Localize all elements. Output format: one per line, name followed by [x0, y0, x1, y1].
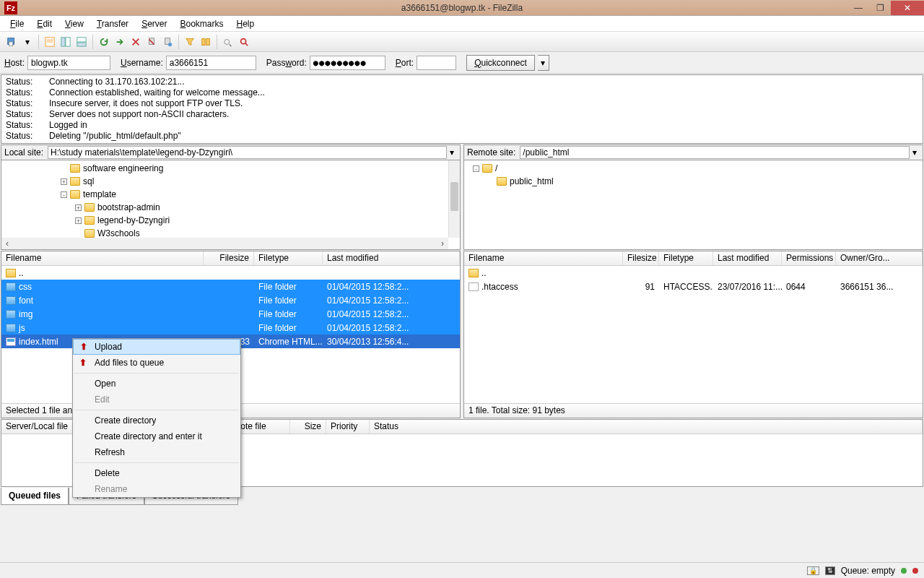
col-priority[interactable]: Priority: [326, 420, 370, 434]
folder-icon: [6, 310, 16, 319]
col-modified[interactable]: Last modified: [713, 251, 782, 265]
tree-item[interactable]: software engineering: [3, 162, 458, 175]
port-input[interactable]: [417, 56, 456, 70]
col-filename[interactable]: Filename: [464, 251, 623, 265]
svg-rect-13: [206, 38, 209, 45]
led-activity-icon: [901, 568, 907, 574]
file-row[interactable]: ..: [464, 266, 923, 280]
file-row[interactable]: .htaccess91HTACCESS...23/07/2016 11:...0…: [464, 280, 923, 293]
port-label: Port:: [396, 58, 414, 68]
col-filesize[interactable]: Filesize: [623, 251, 659, 265]
menu-edit[interactable]: Edit: [31, 17, 58, 30]
statusbar: 🔒 ⇅ Queue: empty: [0, 562, 924, 578]
reconnect-icon[interactable]: [160, 35, 175, 49]
host-input[interactable]: [27, 56, 110, 70]
username-input[interactable]: [166, 56, 256, 70]
menu-server[interactable]: Server: [136, 17, 173, 30]
folder-icon: [497, 177, 507, 186]
file-row[interactable]: cssFile folder01/04/2015 12:58:2...: [1, 280, 460, 293]
menu-item-upload[interactable]: ⬆Upload: [73, 339, 240, 355]
search-icon[interactable]: [237, 35, 251, 49]
tree-item[interactable]: +legend-by-Dzyngiri: [3, 214, 458, 227]
password-label: Password:: [266, 58, 307, 68]
dropdown-icon[interactable]: ▾: [910, 147, 920, 158]
svg-point-15: [241, 38, 246, 43]
svg-rect-1: [9, 42, 13, 46]
toggle-log-icon[interactable]: [43, 35, 57, 49]
minimize-button[interactable]: —: [847, 1, 869, 15]
sync-browse-icon[interactable]: [221, 35, 235, 49]
file-row[interactable]: imgFile folder01/04/2015 12:58:2...: [1, 307, 460, 321]
remote-files-body[interactable]: ...htaccess91HTACCESS...23/07/2016 11:..…: [464, 266, 923, 403]
col-owner[interactable]: Owner/Gro...: [836, 251, 923, 265]
folder-y-icon: [6, 269, 16, 277]
tree-item[interactable]: +bootstrap-admin: [3, 201, 458, 214]
svg-point-11: [168, 42, 172, 46]
toggle-tree-icon[interactable]: [58, 35, 73, 49]
password-input[interactable]: [310, 56, 385, 70]
quickconnect-dropdown[interactable]: ▾: [538, 55, 549, 71]
tree-item[interactable]: +sql: [3, 175, 458, 188]
maximize-button[interactable]: ❐: [869, 1, 891, 15]
speed-icon[interactable]: ⇅: [825, 566, 835, 575]
local-list-header[interactable]: Filename Filesize Filetype Last modified: [1, 251, 460, 266]
file-row[interactable]: fontFile folder01/04/2015 12:58:2...: [1, 293, 460, 307]
upload-icon: ⬆: [77, 357, 89, 368]
remote-tree[interactable]: -/public_html: [463, 160, 923, 250]
remote-path-input[interactable]: [520, 146, 910, 159]
dropdown-icon[interactable]: ▾: [20, 35, 35, 49]
tree-item[interactable]: -/: [466, 162, 921, 175]
svg-rect-8: [77, 42, 86, 46]
process-queue-icon[interactable]: [113, 35, 127, 49]
folder-icon: [70, 190, 80, 199]
scrollbar-vertical[interactable]: [448, 160, 460, 238]
tab-queued[interactable]: Queued files: [1, 488, 69, 505]
cancel-icon[interactable]: [128, 35, 143, 49]
menu-help[interactable]: Help: [231, 17, 261, 30]
menu-item-open[interactable]: Open: [73, 376, 240, 392]
disconnect-icon[interactable]: [144, 35, 159, 49]
menu-item-add-files-to-queue[interactable]: ⬆Add files to queue: [73, 355, 240, 371]
sitemanager-icon[interactable]: [4, 35, 19, 49]
remote-site-label: Remote site:: [467, 147, 515, 158]
close-button[interactable]: ✕: [891, 1, 924, 15]
col-filename[interactable]: Filename: [1, 251, 204, 265]
file-row[interactable]: jsFile folder01/04/2015 12:58:2...: [1, 321, 460, 335]
log-pane[interactable]: Status:Connecting to 31.170.163.102:21..…: [1, 74, 923, 144]
menu-view[interactable]: View: [59, 17, 90, 30]
app-icon: Fz: [4, 1, 17, 14]
quickconnect-button[interactable]: Quickconnect: [466, 55, 535, 71]
menu-transfer[interactable]: Transfer: [91, 17, 134, 30]
col-permissions[interactable]: Permissions: [782, 251, 836, 265]
scrollbar-horizontal[interactable]: ‹›: [1, 238, 448, 249]
menu-item-refresh[interactable]: Refresh: [73, 444, 240, 460]
menu-file[interactable]: File: [4, 17, 30, 30]
local-path-input[interactable]: [48, 146, 447, 159]
folder-icon: [6, 282, 16, 291]
lock-icon[interactable]: 🔒: [807, 566, 819, 575]
col-filesize[interactable]: Filesize: [204, 251, 254, 265]
refresh-icon[interactable]: [97, 35, 111, 49]
menu-item-create-directory-and-enter-it[interactable]: Create directory and enter it: [73, 428, 240, 444]
toggle-queue-icon[interactable]: [74, 35, 89, 49]
menu-bookmarks[interactable]: Bookmarks: [174, 17, 229, 30]
tree-item[interactable]: public_html: [466, 175, 921, 188]
folder-icon: [6, 296, 16, 305]
col-size[interactable]: Size: [290, 420, 326, 434]
file-row[interactable]: ..: [1, 266, 460, 280]
filter-icon[interactable]: [183, 35, 197, 49]
col-status[interactable]: Status: [370, 420, 923, 434]
col-filetype[interactable]: Filetype: [254, 251, 323, 265]
col-modified[interactable]: Last modified: [323, 251, 460, 265]
quickconnect-bar: Host: Username: Password: Port: Quickcon…: [0, 52, 924, 74]
folder-icon: [6, 324, 16, 332]
tree-item[interactable]: -template: [3, 188, 458, 201]
compare-icon[interactable]: [199, 35, 213, 49]
remote-list-header[interactable]: Filename Filesize Filetype Last modified…: [464, 251, 923, 266]
username-label: Username:: [121, 58, 163, 68]
dropdown-icon[interactable]: ▾: [447, 147, 457, 158]
local-tree[interactable]: software engineering+sql-template+bootst…: [1, 160, 461, 250]
col-filetype[interactable]: Filetype: [659, 251, 713, 265]
menu-item-delete[interactable]: Delete: [73, 465, 240, 481]
menu-item-create-directory[interactable]: Create directory: [73, 413, 240, 428]
